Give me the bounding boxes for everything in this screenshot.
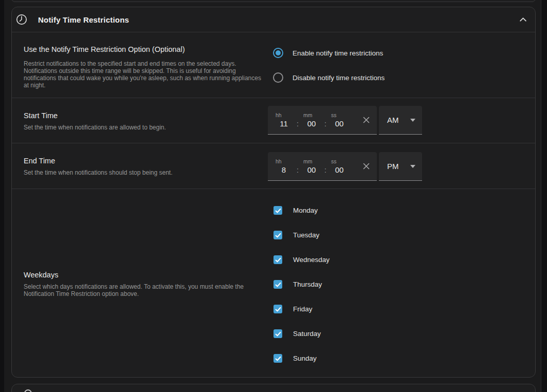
start-time-picker: hh 11 : mm 00 : ss 00 [268,106,535,135]
checkbox-sunday[interactable] [274,354,282,363]
start-time-clear-button[interactable] [355,106,377,134]
colon-separator: : [321,165,330,175]
start-minutes-input[interactable]: mm 00 [302,112,321,128]
colon-separator: : [294,119,302,128]
checkbox-saturday[interactable] [274,329,282,338]
checkbox-label: Tuesday [293,231,319,239]
end-time-input: hh 8 : mm 00 : ss 00 [268,152,377,181]
notify-option-row: Use the Notify Time Restriction Option (… [12,32,535,98]
radio-disable-notify-restrictions[interactable]: Disable notify time restrictions [273,72,535,83]
checkbox-monday[interactable] [274,206,282,215]
radio-label: Disable notify time restrictions [293,74,385,82]
clock-icon [15,13,28,26]
weekday-item-tuesday: Tuesday [268,231,535,239]
weekday-item-sunday: Sunday [268,354,535,363]
card-header[interactable]: Notify Time Restrictions [12,7,535,32]
weekday-item-monday: Monday [268,206,535,215]
minutes-label: mm [303,158,321,164]
colon-separator: : [294,165,302,175]
notify-option-title: Use the Notify Time Restriction Option (… [24,45,268,54]
settings-page: Notify Time Restrictions Use the Notify … [4,0,541,392]
weekday-item-wednesday: Wednesday [268,255,535,264]
weekday-item-friday: Friday [268,305,535,313]
weekdays-description: Select which days notifications are allo… [24,283,268,297]
radio-enable-notify-restrictions[interactable]: Enable notify time restrictions [273,48,535,58]
checkbox-thursday[interactable] [274,280,282,289]
circle-icon [24,389,32,392]
start-seconds-input[interactable]: ss 00 [330,112,349,128]
next-card-header[interactable] [11,384,536,392]
card-title: Notify Time Restrictions [38,15,129,24]
checkbox-label: Sunday [293,354,317,362]
radio-icon[interactable] [273,48,283,58]
start-time-title: Start Time [24,111,268,120]
checkbox-label: Friday [293,305,313,313]
end-time-row: End Time Set the time when notifications… [12,143,535,189]
checkbox-label: Saturday [293,330,321,338]
colon-separator: : [321,119,330,128]
weekday-item-saturday: Saturday [268,329,535,338]
end-minutes-input[interactable]: mm 00 [302,158,321,175]
caret-down-icon [410,119,415,122]
checkbox-wednesday[interactable] [274,255,282,264]
start-time-description: Set the time when notifications are allo… [24,124,268,131]
checkbox-friday[interactable] [274,305,282,313]
end-time-description: Set the time when notifications should s… [24,169,268,176]
end-meridiem-select[interactable]: PM [379,152,422,181]
checkbox-label: Thursday [293,281,322,288]
minutes-label: mm [303,112,321,118]
radio-icon[interactable] [273,72,283,83]
weekdays-title: Weekdays [24,271,268,279]
seconds-label: ss [331,158,349,164]
end-time-picker: hh 8 : mm 00 : ss 00 [268,152,535,181]
checkbox-label: Monday [293,207,318,214]
start-time-row: Start Time Set the time when notificatio… [12,98,535,143]
chevron-up-icon[interactable] [519,15,527,24]
seconds-label: ss [331,112,349,118]
start-hours-input[interactable]: hh 11 [274,112,294,128]
hours-label: hh [276,158,294,164]
notify-time-restrictions-card: Notify Time Restrictions Use the Notify … [11,7,536,378]
start-meridiem-select[interactable]: AM [379,106,422,135]
weekdays-row: Weekdays Select which days notifications… [12,189,535,378]
checkbox-tuesday[interactable] [274,231,282,239]
end-seconds-input[interactable]: ss 00 [330,158,349,175]
end-time-clear-button[interactable] [355,152,377,180]
caret-down-icon [410,165,415,168]
checkbox-label: Wednesday [293,256,330,264]
notify-option-description: Restrict notifications to the specified … [24,60,268,89]
start-time-input: hh 11 : mm 00 : ss 00 [268,106,377,135]
weekday-item-thursday: Thursday [268,280,535,289]
hours-label: hh [276,112,294,118]
radio-label: Enable notify time restrictions [293,49,383,57]
previous-card-edge [11,0,536,2]
end-hours-input[interactable]: hh 8 [274,158,294,175]
end-time-title: End Time [24,157,268,165]
